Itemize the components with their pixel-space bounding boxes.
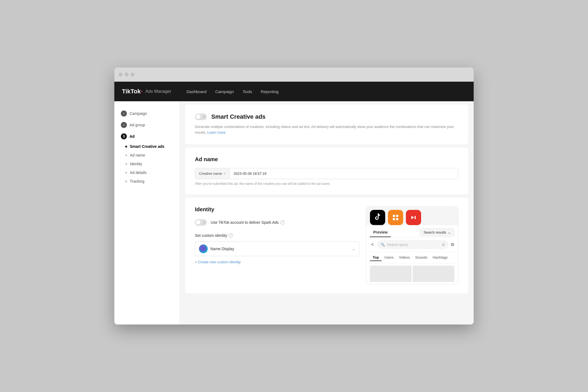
filter-tab-users[interactable]: Users	[382, 254, 396, 261]
nav-tools[interactable]: Tools	[243, 88, 252, 95]
spark-row: Use TikTok account to deliver Spark Ads …	[195, 219, 359, 226]
main-layout: ✓ Campaign ✓ Ad group 3 Ad Smart Creativ…	[114, 101, 474, 324]
sidebar-item-adgroup[interactable]: ✓ Ad group	[114, 119, 179, 131]
sidebar-ad-name-label: Ad name	[130, 153, 145, 157]
svg-rect-3	[393, 218, 395, 220]
ad-name-input-wrapper: Creative name × 2023-05-08 18:57:19	[195, 168, 458, 179]
smart-creative-section: Smart Creative ads Generate multiple com…	[185, 105, 468, 144]
search-icon: 🔍	[381, 243, 385, 247]
ad-name-tag: Creative name ×	[195, 168, 230, 179]
ad-name-section: Ad name Creative name × 2023-05-08 18:57…	[185, 148, 468, 194]
traffic-light-maximize[interactable]	[131, 73, 134, 76]
preview-cell-1	[370, 266, 412, 282]
smart-creative-desc: Generate multiple combinations of creati…	[195, 124, 458, 136]
spark-toggle[interactable]	[195, 219, 207, 226]
filter-tab-sounds[interactable]: Sounds	[412, 254, 430, 261]
phone-preview: Preview Search results ⌄ < 🔍	[366, 206, 458, 284]
tiktok-app-icon[interactable]	[370, 210, 385, 225]
smart-creative-title: Smart Creative ads	[211, 113, 265, 120]
top-nav: TikTok· Ads Manager Dashboard Campaign T…	[114, 82, 474, 101]
ad-name-hint: After you've submitted this ad, the name…	[195, 182, 458, 186]
adgroup-check-icon: ✓	[121, 122, 127, 128]
identity-container: Identity Use TikTok account to deliver S…	[195, 206, 458, 284]
sidebar-ad-details-label: Ad details	[130, 170, 146, 175]
identity-dropdown[interactable]: Name Display ⌄	[195, 241, 359, 256]
traffic-light-minimize[interactable]	[125, 73, 128, 76]
preview-grid	[366, 264, 458, 284]
learn-more-link[interactable]: Learn more	[207, 130, 225, 134]
sidebar-smart-creative-label: Smart Creative ads	[130, 144, 164, 149]
sidebar-sub-smart-creative[interactable]: Smart Creative ads	[125, 142, 179, 151]
identity-chevron-icon: ⌄	[352, 246, 355, 251]
logo-tik: TikTok	[122, 88, 141, 95]
ad-details-dot	[125, 172, 127, 174]
svg-rect-1	[393, 215, 395, 217]
filter-tab-hashtags[interactable]: Hashtags	[430, 254, 450, 261]
sidebar-identity-label: Identity	[130, 162, 142, 166]
preview-tabs: Preview Search results ⌄	[366, 225, 458, 237]
orange-app-icon[interactable]	[388, 210, 403, 225]
identity-section: Identity Use TikTok account to deliver S…	[185, 198, 468, 293]
sidebar-sub-identity[interactable]: Identity	[125, 160, 179, 168]
traffic-light-close[interactable]	[119, 73, 122, 76]
nav-items: Dashboard Campaign Tools Reporting	[186, 88, 278, 95]
ad-name-tag-close[interactable]: ×	[224, 171, 226, 176]
preview-tab-preview[interactable]: Preview	[370, 228, 391, 237]
identity-name-text: Name Display	[210, 247, 349, 251]
ad-name-dot	[125, 154, 127, 156]
smart-creative-dot	[125, 146, 127, 148]
sidebar-campaign-label: Campaign	[130, 111, 147, 116]
nav-campaign[interactable]: Campaign	[215, 88, 234, 95]
logo: TikTok· Ads Manager	[122, 88, 171, 95]
svg-point-0	[201, 246, 206, 252]
svg-rect-4	[396, 218, 398, 220]
preview-search-box[interactable]: 🔍 Search query ⊗	[377, 240, 448, 249]
sidebar-sub: Smart Creative ads Ad name Identity Ad d…	[114, 142, 179, 186]
nav-reporting[interactable]: Reporting	[261, 88, 278, 95]
search-results-tab[interactable]: Search results ⌄	[420, 228, 454, 236]
logo-ads: Ads Manager	[145, 89, 171, 94]
smart-creative-header: Smart Creative ads	[195, 113, 458, 120]
ad-num-icon: 3	[121, 133, 127, 139]
sidebar-sub-ad-details[interactable]: Ad details	[125, 168, 179, 177]
create-custom-identity[interactable]: + Create new custom identity	[195, 260, 359, 264]
spark-label: Use TikTok account to deliver Spark Ads …	[211, 220, 285, 225]
toggle-thumb	[196, 114, 201, 119]
smart-creative-toggle[interactable]	[195, 114, 207, 120]
spark-help-icon[interactable]: ?	[280, 220, 285, 225]
nav-dashboard[interactable]: Dashboard	[186, 88, 206, 95]
preview-search-row: < 🔍 Search query ⊗ ⚙	[366, 237, 458, 252]
search-results-chevron-icon: ⌄	[448, 230, 451, 234]
sidebar: ✓ Campaign ✓ Ad group 3 Ad Smart Creativ…	[114, 101, 180, 324]
search-query-placeholder: Search query	[387, 243, 439, 247]
content-area: Smart Creative ads Generate multiple com…	[180, 101, 474, 324]
identity-title: Identity	[195, 206, 359, 213]
campaign-check-icon: ✓	[121, 111, 127, 117]
sidebar-sub-tracking[interactable]: Tracking	[125, 177, 179, 186]
sidebar-ad-label: Ad	[130, 134, 135, 139]
preview-app-icons	[366, 207, 458, 225]
sidebar-sub-ad-name[interactable]: Ad name	[125, 151, 179, 160]
svg-rect-2	[396, 215, 398, 217]
logo-dot: ·	[141, 88, 143, 95]
svg-rect-5	[415, 216, 416, 219]
filter-icon[interactable]: ⚙	[451, 242, 454, 247]
sidebar-item-campaign[interactable]: ✓ Campaign	[114, 108, 179, 119]
search-clear-icon[interactable]: ⊗	[442, 242, 445, 247]
sidebar-item-ad[interactable]: 3 Ad	[114, 131, 179, 142]
ad-name-value[interactable]: 2023-05-08 18:57:19	[230, 168, 458, 179]
red-app-icon[interactable]	[406, 210, 421, 225]
preview-filter-tabs: Top Users Videos Sounds Hashtags	[366, 252, 458, 264]
ad-name-tag-text: Creative name	[199, 171, 222, 176]
spark-toggle-thumb	[196, 220, 201, 225]
sidebar-adgroup-label: Ad group	[130, 123, 145, 127]
preview-back-button[interactable]: <	[370, 242, 375, 247]
identity-dot	[125, 163, 127, 165]
custom-identity-help-icon[interactable]: ?	[229, 233, 233, 238]
identity-preview-panel: Preview Search results ⌄ < 🔍	[366, 206, 458, 284]
identity-left: Identity Use TikTok account to deliver S…	[195, 206, 359, 284]
tracking-dot	[125, 180, 127, 182]
identity-avatar-inner	[199, 244, 208, 253]
filter-tab-top[interactable]: Top	[370, 254, 382, 261]
filter-tab-videos[interactable]: Videos	[396, 254, 413, 261]
